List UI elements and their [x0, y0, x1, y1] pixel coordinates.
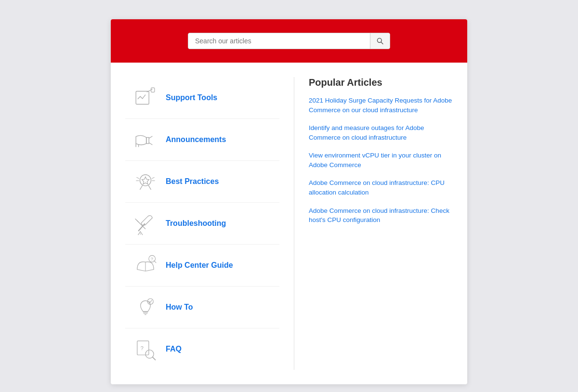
help-center-icon: ? — [130, 252, 161, 278]
search-button[interactable] — [370, 33, 390, 49]
svg-marker-11 — [142, 177, 149, 184]
faq-icon: ? — [130, 336, 161, 362]
article-link-4[interactable]: Adobe Commerce on cloud infrastructure: … — [309, 178, 458, 197]
article-link-2[interactable]: Identify and measure outages for Adobe C… — [309, 123, 458, 142]
help-center-guide-label: Help Center Guide — [166, 261, 233, 270]
best-practices-icon — [130, 169, 161, 195]
article-link-5[interactable]: Adobe Commerce on cloud infrastructure: … — [309, 206, 458, 225]
search-bar — [111, 19, 467, 63]
search-icon — [376, 37, 384, 45]
svg-line-3 — [147, 89, 153, 92]
right-panel: Popular Articles 2021 Holiday Surge Capa… — [309, 77, 458, 370]
nav-item-support-tools[interactable]: Support Tools — [125, 77, 279, 119]
announcements-icon — [130, 127, 161, 153]
svg-line-6 — [149, 136, 152, 139]
article-link-1[interactable]: 2021 Holiday Surge Capacity Requests for… — [309, 96, 458, 115]
svg-line-12 — [140, 185, 142, 190]
svg-line-20 — [135, 219, 139, 222]
troubleshooting-icon — [130, 210, 161, 236]
svg-line-13 — [148, 185, 151, 190]
left-nav: Support Tools Announcements — [125, 77, 279, 370]
vertical-divider — [294, 77, 294, 370]
svg-rect-4 — [151, 88, 155, 92]
nav-item-best-practices[interactable]: Best Practices — [125, 161, 279, 203]
content-area: Support Tools Announcements — [111, 63, 467, 384]
svg-line-1 — [381, 42, 383, 44]
troubleshooting-label: Troubleshooting — [166, 219, 226, 228]
faq-label: FAQ — [166, 345, 182, 353]
popular-articles-title: Popular Articles — [309, 77, 458, 88]
svg-line-7 — [149, 143, 152, 145]
announcements-label: Announcements — [166, 135, 226, 144]
main-card: Support Tools Announcements — [111, 19, 467, 384]
support-tools-icon — [130, 85, 161, 111]
nav-item-help-center-guide[interactable]: ? Help Center Guide — [125, 245, 279, 287]
nav-item-faq[interactable]: ? FAQ — [125, 328, 279, 370]
how-to-label: How To — [166, 303, 193, 312]
svg-text:?: ? — [141, 345, 144, 351]
nav-item-how-to[interactable]: How To — [125, 287, 279, 328]
support-tools-label: Support Tools — [166, 93, 217, 102]
best-practices-label: Best Practices — [166, 177, 219, 186]
nav-item-troubleshooting[interactable]: Troubleshooting — [125, 203, 279, 245]
svg-line-14 — [136, 177, 139, 179]
svg-line-35 — [153, 357, 156, 360]
search-input[interactable] — [188, 33, 370, 49]
how-to-icon — [130, 294, 161, 320]
search-input-wrap — [188, 33, 390, 49]
svg-line-16 — [152, 177, 154, 179]
svg-rect-5 — [146, 138, 149, 144]
svg-rect-2 — [136, 91, 149, 105]
nav-item-announcements[interactable]: Announcements — [125, 119, 279, 161]
svg-text:?: ? — [151, 256, 153, 261]
article-link-3[interactable]: View environment vCPU tier in your clust… — [309, 151, 458, 170]
